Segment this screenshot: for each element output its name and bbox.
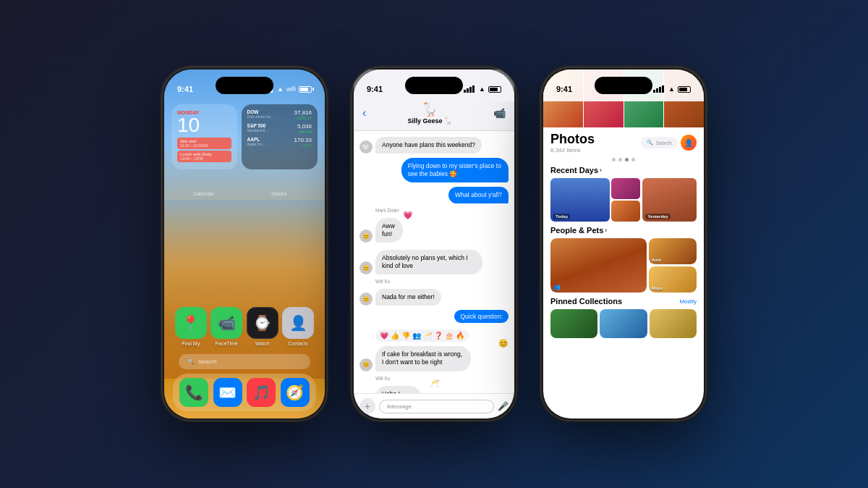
dock-phone[interactable]: 📞 — [179, 378, 208, 407]
stocks-widget-label: Stocks — [271, 191, 286, 196]
app-watch[interactable]: ⌚ Watch — [247, 307, 278, 346]
reaction-thumbsup[interactable]: 👍 — [391, 332, 399, 340]
status-time-1: 9:41 — [177, 85, 193, 93]
search-icon-photos: 🔍 — [647, 140, 653, 146]
cal-event-1: Site visit 10:15 – 10:45AM — [177, 138, 231, 149]
photos-header: Photos 8,342 Items 🔍 Search 👤 — [543, 127, 704, 156]
person-main-photo[interactable]: 👥 — [550, 238, 647, 293]
day-yesterday[interactable]: Yesterday — [642, 178, 697, 222]
pinned-2[interactable] — [600, 309, 647, 338]
day-today[interactable]: Today — [550, 178, 640, 222]
pinned-collections-title: Pinned Collections — [550, 297, 622, 306]
dock-mail[interactable]: ✉️ — [213, 378, 242, 407]
wifi-icon: wifi — [286, 85, 296, 93]
photos-count: 8,342 Items — [550, 147, 595, 153]
status-icons-2: ▲ — [464, 85, 501, 93]
reaction-question[interactable]: ❓ — [434, 332, 443, 340]
stock-item-sp500: S&P 500 Standard & ... 5,036 +80.48 — [247, 123, 312, 134]
yesterday-photo: Yesterday — [642, 178, 697, 222]
msg-avatar-4: 😊 — [359, 230, 373, 243]
search-label-photos: Search — [656, 140, 672, 146]
app-contacts[interactable]: 👤 Contacts — [282, 307, 314, 346]
people-pets-header: People & Pets › — [550, 226, 697, 235]
reaction-toast[interactable]: 🥂 — [423, 332, 432, 340]
photos-top-row: Photos 8,342 Items 🔍 Search 👤 — [550, 132, 697, 153]
today-sub-1 — [611, 178, 641, 199]
widgets-row: MONDAY 10 Site visit 10:15 – 10:45AM Lun… — [171, 104, 318, 169]
messages-input-bar: + iMessage 🎤 — [354, 393, 514, 418]
reaction-cake[interactable]: 🎂 — [445, 332, 454, 340]
reactions-bar[interactable]: 💗 👍 👎 👥 🥂 ❓ 🎂 🔥 — [375, 329, 469, 342]
reaction-people[interactable]: 👥 — [412, 332, 421, 340]
dot-3 — [625, 158, 629, 161]
msg-bubble-10: Haha I second that — [375, 386, 422, 393]
video-call-icon[interactable]: 📹 — [493, 107, 506, 119]
user-avatar[interactable]: 👤 — [681, 135, 697, 151]
reaction-heart[interactable]: 💗 — [380, 332, 388, 340]
recent-days-title: Recent Days — [550, 166, 598, 174]
msg-bubble-5: Absolutely no plans yet, which I kind of… — [375, 250, 482, 274]
reaction-more[interactable]: 🔥 — [456, 332, 464, 340]
battery-icon — [299, 86, 312, 93]
recent-days-chevron[interactable]: › — [600, 167, 602, 174]
mic-button[interactable]: 🎤 — [498, 401, 509, 411]
msg-5: 😊 Absolutely no plans yet, which I kind … — [359, 250, 509, 274]
convo-emoji: 🪿 — [422, 101, 438, 117]
app-facetime[interactable]: 📹 FaceTime — [210, 307, 242, 346]
msg-wrap-10: Haha I second that 🥂 — [375, 386, 440, 393]
reaction-thumbsdown[interactable]: 👎 — [401, 332, 410, 340]
phone-2-messages: 9:41 ▲ ‹ 🪿 — [351, 67, 517, 421]
calendar-widget[interactable]: MONDAY 10 Site visit 10:15 – 10:45AM Lun… — [171, 104, 237, 169]
app-findmy[interactable]: 📍 Find My — [175, 307, 207, 346]
person-maya[interactable]: Maya — [649, 266, 697, 293]
quick-question-label: Quick question: — [454, 310, 509, 323]
dot-4 — [631, 158, 635, 161]
people-pets-chevron[interactable]: › — [605, 227, 607, 234]
cal-event-2: Lunch with Andy 11AM – 12PM — [177, 151, 231, 162]
people-pets-section: People & Pets › 👥 — [543, 224, 704, 295]
imessage-input[interactable]: iMessage — [379, 400, 494, 413]
dock-safari[interactable]: 🧭 — [281, 378, 310, 407]
msg-avatar-1: 🤍 — [359, 140, 373, 153]
dock-music[interactable]: 🎵 — [247, 378, 276, 407]
pinned-collections-section: Pinned Collections Modify — [543, 295, 704, 341]
dot-1 — [612, 158, 616, 161]
pinned-modify[interactable]: Modify — [679, 298, 697, 305]
tapback-9: 😊 — [498, 339, 509, 348]
dot-2 — [618, 158, 622, 161]
msg-avatar-6: 😊 — [359, 293, 373, 306]
dynamic-island-2 — [405, 77, 463, 94]
convo-header: 🪿 Silly Geese 🪿 — [407, 101, 452, 125]
msg-9: 😊 If cake for breakfast is wrong, I don'… — [359, 346, 509, 371]
msg-bubble-4: Aww fun! — [375, 218, 403, 243]
msg-bubble-1: Anyone have plans this weekend? — [375, 137, 482, 153]
app-icons-row: 📍 Find My 📹 FaceTime ⌚ Watch 👤 Contacts — [164, 307, 325, 346]
msg-4: 😊 Aww fun! 💗 — [359, 218, 509, 243]
amit-name: Amit — [652, 258, 661, 262]
pinned-collections-header: Pinned Collections Modify — [550, 297, 697, 306]
home-search-bar[interactable]: 🔍 Search — [179, 354, 310, 369]
back-button[interactable]: ‹ — [362, 106, 366, 119]
msg-avatar-5: 😊 — [359, 261, 373, 274]
msg-bubble-9: If cake for breakfast is wrong, I don't … — [375, 346, 471, 371]
messages-body: 🤍 Anyone have plans this weekend? Flying… — [354, 131, 514, 393]
maya-name: Maya — [652, 286, 663, 290]
person-amit[interactable]: Amit — [649, 238, 697, 264]
plus-button[interactable]: + — [359, 398, 375, 414]
pinned-1[interactable] — [550, 309, 597, 338]
recent-days-header: Recent Days › — [550, 166, 697, 174]
msg-2: Flying down to my sister's place to see … — [359, 158, 509, 182]
msg-10: 😊 Haha I second that 🥂 — [359, 386, 509, 393]
stocks-widget[interactable]: DOW Dow Jones Inc... 37,816 +570.17 — [242, 104, 318, 169]
stock-item-aapl: AAPL Apple Inc... 170.33 +3.17 — [247, 137, 312, 148]
photos-search[interactable]: 🔍 Search — [641, 137, 678, 148]
msg-wrap-4: Aww fun! 💗 — [375, 218, 413, 243]
msg-wrap-9: If cake for breakfast is wrong, I don't … — [375, 346, 509, 371]
search-icon-home: 🔍 — [187, 358, 195, 365]
people-grid: 👥 Amit Maya — [550, 238, 697, 293]
msg-bubble-2: Flying down to my sister's place to see … — [401, 158, 509, 182]
pinned-3[interactable] — [650, 309, 697, 338]
pinned-row — [550, 309, 697, 338]
today-main-photo: Today — [550, 178, 610, 222]
status-icons-3: ▲ — [653, 85, 691, 93]
